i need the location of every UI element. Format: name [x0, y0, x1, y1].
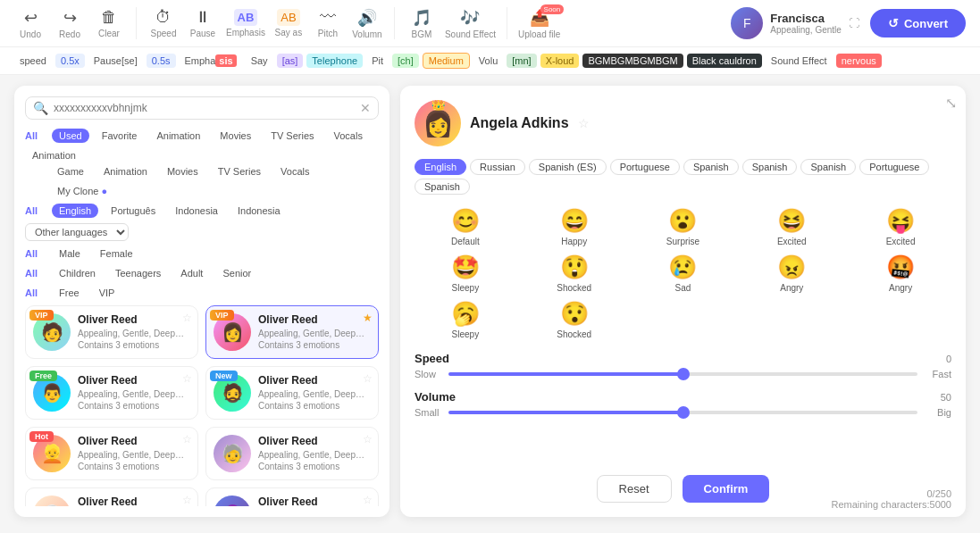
filter-my-clone[interactable]: My Clone ●	[50, 184, 114, 198]
upload-file-button[interactable]: Soon 📤 Upload file	[518, 8, 560, 39]
star-icon[interactable]: ☆	[363, 433, 373, 446]
bgm-button[interactable]: 🎵 BGM	[406, 8, 438, 39]
filter-indonesia-2[interactable]: Indonesia	[230, 204, 288, 218]
speed-slider[interactable]	[448, 372, 917, 376]
redo-button[interactable]: ↪ Redo	[54, 8, 86, 39]
tag-nervous[interactable]: nervous	[836, 54, 882, 68]
undo-button[interactable]: ↩ Undo	[14, 8, 46, 39]
emotion-item[interactable]: 😮 Surprise	[632, 207, 734, 246]
star-icon[interactable]: ☆	[182, 494, 192, 506]
clear-button[interactable]: 🗑 Clear	[93, 8, 125, 38]
emotion-item[interactable]: 😠 Angry	[741, 254, 842, 293]
tag-telephone[interactable]: Telephone	[306, 54, 363, 68]
filter-vip[interactable]: VIP	[92, 286, 122, 300]
profile-star[interactable]: ☆	[578, 116, 590, 130]
convert-button[interactable]: ↺ Convert	[870, 9, 966, 37]
tag-say-value[interactable]: [as]	[277, 54, 304, 68]
language-tag[interactable]: Portuguese	[859, 159, 929, 175]
list-item[interactable]: 🧕 Oliver Reed Appealing, Gentle, Deep, S…	[205, 487, 379, 506]
filter-free[interactable]: Free	[52, 286, 87, 300]
filter-all-language[interactable]: All	[25, 205, 46, 216]
language-tag[interactable]: Spanish (ES)	[529, 159, 607, 175]
tag-pitch-badge[interactable]: Medium	[423, 53, 470, 69]
filter-vocals-2[interactable]: Vocals	[273, 164, 316, 179]
say-as-button[interactable]: AB Say as	[272, 9, 305, 37]
star-icon[interactable]: ☆	[182, 433, 192, 446]
expand-icon[interactable]: ⛶	[849, 17, 859, 29]
list-item[interactable]: 👳 Oliver Reed Appealing, Gentle, Deep, S…	[25, 487, 198, 506]
pitch-button[interactable]: 〰 Pitch	[312, 8, 344, 38]
filter-animation[interactable]: Animation	[149, 129, 207, 143]
tag-xloud[interactable]: X-loud	[540, 54, 580, 68]
filter-used[interactable]: Used	[52, 129, 89, 143]
language-tag[interactable]: Spanish	[800, 159, 856, 175]
emotion-item[interactable]: 🤬 Angry	[850, 254, 951, 293]
star-icon[interactable]: ☆	[363, 372, 373, 385]
language-tag[interactable]: English	[415, 159, 466, 175]
tag-pitch-value[interactable]: [ch]	[392, 54, 419, 68]
tag-speed-value[interactable]: 0.5x	[55, 54, 85, 68]
language-tag[interactable]: Russian	[470, 159, 525, 175]
filter-english[interactable]: English	[52, 204, 98, 218]
filter-favorite[interactable]: Favorite	[95, 129, 145, 143]
language-tag[interactable]: Spanish	[742, 159, 798, 175]
emotion-item[interactable]: 🥱 Sleepy	[415, 300, 516, 339]
emotion-item[interactable]: 😊 Default	[415, 207, 516, 246]
pause-button[interactable]: ⏸ Pause	[187, 8, 219, 38]
close-icon[interactable]: ⤡	[945, 95, 957, 112]
emotion-item[interactable]: 😲 Shocked	[524, 254, 625, 293]
star-icon[interactable]: ☆	[182, 312, 192, 324]
filter-female[interactable]: Female	[93, 246, 140, 261]
tag-bgm[interactable]: BGMBGMBGMBGM	[582, 54, 683, 68]
filter-movies[interactable]: Movies	[213, 129, 258, 143]
emotion-item[interactable]: 🤩 Sleepy	[415, 254, 516, 293]
filter-all-category[interactable]: All	[25, 130, 46, 141]
filter-game[interactable]: Game	[50, 164, 91, 179]
clear-icon[interactable]: ✕	[360, 101, 371, 115]
emphasis-button[interactable]: AB Emphasis	[226, 9, 265, 37]
language-tag[interactable]: Spanish	[415, 179, 470, 195]
filter-teenagers[interactable]: Teenagers	[108, 266, 168, 280]
reset-button[interactable]: Reset	[597, 475, 672, 503]
language-tag[interactable]: Spanish	[683, 159, 739, 175]
filter-vocals[interactable]: Vocals	[327, 129, 370, 143]
volume-button[interactable]: 🔊 Volumn	[351, 8, 383, 39]
volume-slider[interactable]	[448, 411, 917, 414]
tag-volu-value[interactable]: [mn]	[507, 54, 536, 68]
confirm-button[interactable]: Confirm	[683, 475, 770, 503]
speed-button[interactable]: ⏱ Speed	[147, 8, 180, 38]
list-item[interactable]: VIP 🧑 Oliver Reed Appealing, Gentle, Dee…	[25, 305, 198, 359]
star-icon[interactable]: ★	[363, 312, 373, 324]
emotion-item[interactable]: 😆 Excited	[741, 207, 842, 246]
filter-movies-2[interactable]: Movies	[160, 164, 205, 179]
filter-male[interactable]: Male	[52, 246, 88, 261]
filter-indonesia[interactable]: Indonesia	[168, 204, 225, 218]
other-languages-select[interactable]: Other languages	[25, 223, 129, 241]
emotion-item[interactable]: 😢 Sad	[632, 254, 734, 293]
filter-all-age[interactable]: All	[25, 268, 46, 279]
list-item[interactable]: 🧓 Oliver Reed Appealing, Gentle, Deep, S…	[205, 427, 379, 480]
filter-adult[interactable]: Adult	[173, 266, 210, 280]
filter-portugues[interactable]: Português	[104, 204, 163, 218]
sound-effect-button[interactable]: 🎶 Sound Effect	[445, 8, 496, 39]
filter-tv-series-2[interactable]: TV Series	[211, 164, 268, 179]
list-item[interactable]: New 🧔 Oliver Reed Appealing, Gentle, Dee…	[205, 366, 379, 420]
star-icon[interactable]: ☆	[182, 372, 192, 385]
filter-tv-series[interactable]: TV Series	[264, 129, 321, 143]
filter-all-price[interactable]: All	[25, 287, 46, 298]
tag-black-cauldron[interactable]: Black cauldron	[687, 54, 762, 68]
list-item[interactable]: Free 👨 Oliver Reed Appealing, Gentle, De…	[25, 366, 198, 420]
emotion-item[interactable]: 😝 Excited	[850, 207, 951, 246]
star-icon[interactable]: ☆	[363, 494, 373, 506]
emotion-item[interactable]: 😯 Shocked	[524, 300, 625, 339]
emotion-item[interactable]: 😄 Happy	[524, 207, 625, 246]
filter-senior[interactable]: Senior	[215, 266, 258, 280]
filter-children[interactable]: Children	[52, 266, 103, 280]
filter-all-gender[interactable]: All	[25, 248, 46, 259]
language-tag[interactable]: Portuguese	[610, 159, 680, 175]
search-input[interactable]	[54, 102, 355, 114]
filter-animation-3[interactable]: Animation	[96, 164, 155, 179]
filter-animation-2[interactable]: Animation	[25, 148, 83, 162]
list-item[interactable]: VIP 👩 Oliver Reed Appealing, Gentle, Dee…	[205, 305, 379, 359]
tag-pause-value[interactable]: 0.5s	[147, 54, 176, 68]
